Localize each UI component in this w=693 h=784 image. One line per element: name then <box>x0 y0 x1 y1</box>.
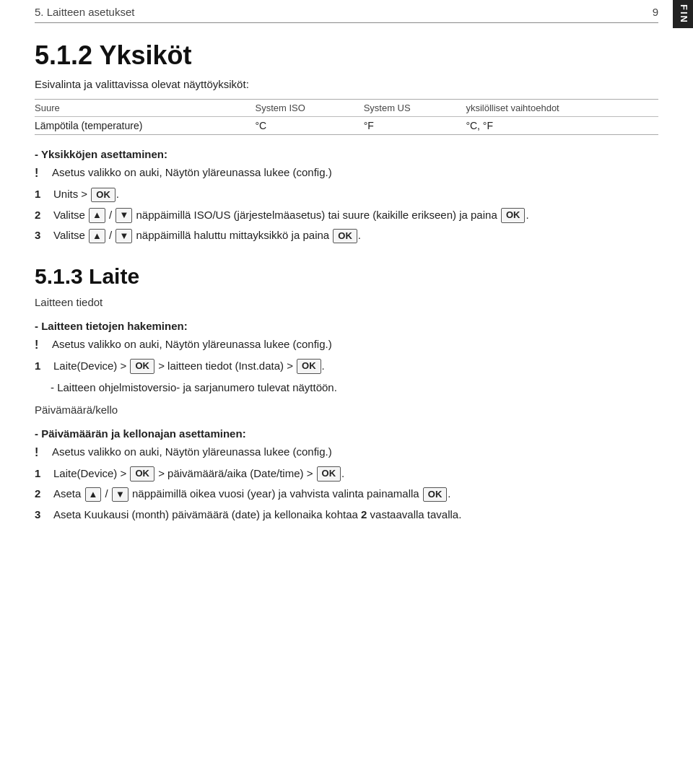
step-content-2: Valitse ▲ / ▼ näppäimillä ISO/US (järjes… <box>53 207 658 224</box>
step-512-2: 2 Valitse ▲ / ▼ näppäimillä ISO/US (järj… <box>35 207 658 224</box>
section-513: 5.1.3 Laite Laitteen tiedot - Laitteen t… <box>35 264 658 523</box>
cell-suure: Lämpötila (temperature) <box>35 117 256 135</box>
fetch-step-num-1: 1 <box>35 358 51 375</box>
ok-button-dt-3: OK <box>423 487 448 502</box>
dt-step-content-3: Aseta Kuukausi (month) päivämäärä (date)… <box>53 507 658 523</box>
arrow-up-btn-3: ▲ <box>89 229 105 243</box>
exclaim-icon: ! <box>35 165 49 182</box>
exclaim-icon-datetime: ! <box>35 444 49 461</box>
dt-step-1: 1 Laite(Device) > OK > päivämäärä/aika (… <box>35 466 658 482</box>
step-3-slash: / <box>106 229 116 241</box>
section-512: 5.1.2 Yksiköt Esivalinta ja valittavissa… <box>35 40 658 244</box>
arrow-down-btn-3: ▼ <box>116 229 132 243</box>
header-title: 5. Laitteen asetukset <box>35 6 134 18</box>
device-info-label: Laitteen tiedot <box>35 296 658 308</box>
header-page: 9 <box>653 6 658 18</box>
step-2-text-after: . <box>526 209 528 221</box>
step-num-3: 3 <box>35 227 51 244</box>
fetch-step-text-mid: > laitteen tiedot (Inst.data) > <box>155 360 296 372</box>
step-content-1: Units > OK. <box>53 186 658 203</box>
fetch-note2-text: - Laitteen ohjelmistoversio- ja sarjanum… <box>51 380 337 396</box>
arrow-up-dt-2: ▲ <box>85 487 102 502</box>
ok-button-1: OK <box>91 188 116 202</box>
cell-iso-val: °C <box>256 117 364 135</box>
header-bar: 5. Laitteen asetukset 9 <box>35 0 658 23</box>
step-512-3: 3 Valitse ▲ / ▼ näppäimillä haluttu mitt… <box>35 227 658 244</box>
fetch-note2-line: - Laitteen ohjelmistoversio- ja sarjanum… <box>51 380 658 396</box>
setting-heading: - Yksikköjen asettaminen: <box>35 148 658 160</box>
step-1-text-after: . <box>116 188 119 200</box>
datetime-heading: - Päivämäärän ja kellonajan asettaminen: <box>35 427 658 440</box>
dt-step1-text-mid: > päivämäärä/aika (Date/time) > <box>155 467 316 479</box>
ok-button-fetch-2: OK <box>297 359 321 373</box>
dt-step-num-1: 1 <box>35 466 51 482</box>
section-512-heading: 5.1.2 Yksiköt <box>35 40 658 71</box>
col-us: System US <box>364 100 466 117</box>
section-512-intro: Esivalinta ja valittavissa olevat näyttö… <box>35 78 658 90</box>
col-individual: yksilölliset vaihtoehdot <box>466 100 658 117</box>
ok-button-dt-1: OK <box>130 466 154 481</box>
step-2-text-mid: näppäimillä ISO/US (järjestelmäasetus) t… <box>133 209 500 221</box>
step-num-1: 1 <box>35 186 51 203</box>
ok-button-dt-2: OK <box>317 466 341 481</box>
step-3-text-after: . <box>358 229 361 241</box>
cell-us-val: °F <box>364 117 466 135</box>
dt-step2-slash: / <box>102 487 111 500</box>
units-table: Suure System ISO System US yksilölliset … <box>35 99 658 135</box>
datetime-note-text: Asetus valikko on auki, Näytön yläreunas… <box>52 444 332 461</box>
arrow-down-btn-2: ▼ <box>116 208 132 222</box>
datetime-subsection: - Päivämäärän ja kellonajan asettaminen:… <box>35 427 658 523</box>
dt-step-content-1: Laite(Device) > OK > päivämäärä/aika (Da… <box>53 466 658 482</box>
fetch-heading: - Laitteen tietojen hakeminen: <box>35 320 658 332</box>
step-2-text-before: Valitse <box>53 209 88 221</box>
step-3-text-mid: näppäimillä haluttu mittayksikkö ja pain… <box>133 229 332 241</box>
col-suure: Suure <box>35 100 256 117</box>
exclaim-icon-fetch: ! <box>35 336 49 354</box>
fetch-subsection: - Laitteen tietojen hakeminen: ! Asetus … <box>35 320 658 396</box>
step-list-512: 1 Units > OK. 2 Valitse ▲ / ▼ näppäimill… <box>35 186 658 244</box>
fetch-step-text-after: . <box>322 360 325 372</box>
fetch-note-text: Asetus valikko on auki, Näytön yläreunas… <box>52 336 332 353</box>
table-row: Lämpötila (temperature) °C °F °C, °F <box>35 117 658 135</box>
ok-button-fetch-1: OK <box>130 359 154 373</box>
dt-step-3: 3 Aseta Kuukausi (month) päivämäärä (dat… <box>35 507 658 523</box>
dt-step-content-2: Aseta ▲ / ▼ näppäimillä oikea vuosi (yea… <box>53 486 658 502</box>
step-3-text-before: Valitse <box>53 229 88 241</box>
step-content-3: Valitse ▲ / ▼ näppäimillä haluttu mittay… <box>53 227 658 244</box>
step-num-2: 2 <box>35 207 51 224</box>
note-line-1: ! Asetus valikko on auki, Näytön yläreun… <box>35 165 658 182</box>
col-iso: System ISO <box>256 100 364 117</box>
step-1-text-before: Units > <box>53 188 90 200</box>
ok-button-3: OK <box>333 229 357 243</box>
cell-individual-val: °C, °F <box>466 117 658 135</box>
arrow-down-dt-2: ▼ <box>112 487 128 502</box>
dt-step1-text-after: . <box>341 467 344 479</box>
step-2-slash: / <box>106 209 116 221</box>
step-512-1: 1 Units > OK. <box>35 186 658 203</box>
arrow-up-btn-2: ▲ <box>89 208 105 222</box>
dt-step-2: 2 Aseta ▲ / ▼ näppäimillä oikea vuosi (y… <box>35 486 658 502</box>
dt-step3-text-before: Aseta Kuukausi (month) päivämäärä (date)… <box>53 508 361 521</box>
dt-step2-text-mid: näppäimillä oikea vuosi (year) ja vahvis… <box>129 487 422 500</box>
fin-badge: FIN <box>673 0 693 28</box>
datetime-note-line: ! Asetus valikko on auki, Näytön yläreun… <box>35 444 658 461</box>
fetch-note-line: ! Asetus valikko on auki, Näytön yläreun… <box>35 336 658 354</box>
dt-step1-text-before: Laite(Device) > <box>53 467 129 479</box>
dt-step2-text-before: Aseta <box>53 487 84 500</box>
dt-step-num-3: 3 <box>35 507 51 523</box>
dt-step-num-2: 2 <box>35 486 51 502</box>
dt-step2-text-after: . <box>448 487 450 500</box>
fetch-step-list: 1 Laite(Device) > OK > laitteen tiedot (… <box>35 358 658 375</box>
note-text-1: Asetus valikko on auki, Näytön yläreunas… <box>52 165 332 181</box>
fetch-step-text-before: Laite(Device) > <box>53 360 129 372</box>
ok-button-2: OK <box>501 208 526 222</box>
setting-subsection: - Yksikköjen asettaminen: ! Asetus valik… <box>35 148 658 244</box>
fetch-step-1: 1 Laite(Device) > OK > laitteen tiedot (… <box>35 358 658 375</box>
section-513-heading: 5.1.3 Laite <box>35 264 658 289</box>
datetime-label: Päivämäärä/kello <box>35 404 658 416</box>
fetch-step-content-1: Laite(Device) > OK > laitteen tiedot (In… <box>53 358 658 375</box>
dt-step3-text-after: vastaavalla tavalla. <box>367 508 461 521</box>
datetime-step-list: 1 Laite(Device) > OK > päivämäärä/aika (… <box>35 466 658 523</box>
